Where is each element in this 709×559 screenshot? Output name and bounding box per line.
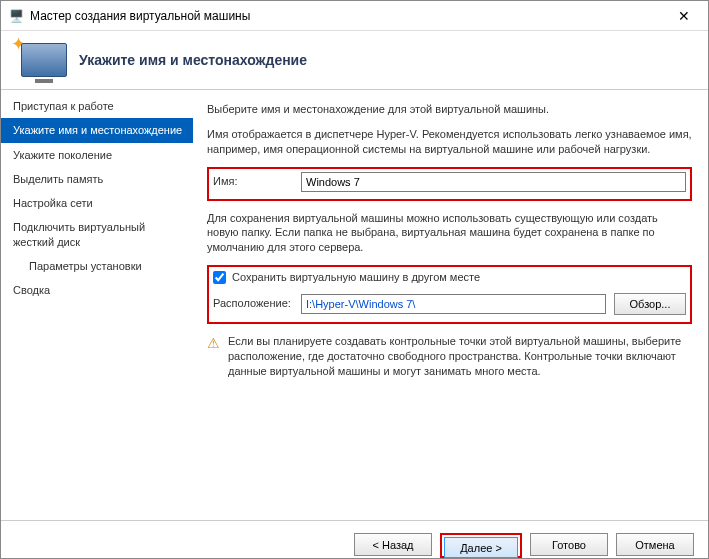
wizard-header-icon: ✦ (15, 39, 67, 81)
finish-button[interactable]: Готово (530, 533, 608, 556)
sidebar-item-summary[interactable]: Сводка (1, 278, 193, 302)
wizard-main: Выберите имя и местонахождение для этой … (193, 90, 708, 520)
intro-text-2: Имя отображается в диспетчере Hyper-V. Р… (207, 127, 692, 157)
browse-button[interactable]: Обзор... (614, 293, 686, 315)
warning-text: Если вы планируете создавать контрольные… (228, 334, 692, 379)
sidebar-item-start[interactable]: Приступая к работе (1, 94, 193, 118)
location-input[interactable] (301, 294, 606, 314)
wizard-header: ✦ Укажите имя и местонахождение (1, 31, 708, 90)
highlight-next-button: Далее > (440, 533, 522, 558)
store-elsewhere-label: Сохранить виртуальную машину в другом ме… (232, 270, 480, 285)
warning-icon: ⚠ (207, 334, 220, 379)
highlight-name-field: Имя: (207, 167, 692, 201)
location-label: Расположение: (213, 296, 301, 311)
titlebar: 🖥️ Мастер создания виртуальной машины ✕ (1, 1, 708, 31)
highlight-location-block: Сохранить виртуальную машину в другом ме… (207, 265, 692, 324)
window-title: Мастер создания виртуальной машины (30, 9, 668, 23)
warning-block: ⚠ Если вы планируете создавать контрольн… (207, 334, 692, 379)
store-text: Для сохранения виртуальной машины можно … (207, 211, 692, 256)
sidebar-item-generation[interactable]: Укажите поколение (1, 143, 193, 167)
intro-text-1: Выберите имя и местонахождение для этой … (207, 102, 692, 117)
sidebar-item-vhd[interactable]: Подключить виртуальный жесткий диск (1, 215, 193, 254)
next-button[interactable]: Далее > (444, 537, 518, 558)
name-label: Имя: (213, 174, 301, 189)
sidebar-item-memory[interactable]: Выделить память (1, 167, 193, 191)
name-input[interactable] (301, 172, 686, 192)
sidebar-item-network[interactable]: Настройка сети (1, 191, 193, 215)
close-icon[interactable]: ✕ (668, 4, 700, 28)
wizard-sidebar: Приступая к работе Укажите имя и местона… (1, 90, 193, 520)
cancel-button[interactable]: Отмена (616, 533, 694, 556)
store-elsewhere-checkbox[interactable] (213, 271, 226, 284)
page-title: Укажите имя и местонахождение (79, 52, 307, 68)
wizard-icon: 🖥️ (9, 9, 24, 23)
sidebar-item-install-options[interactable]: Параметры установки (1, 254, 193, 278)
wizard-footer: < Назад Далее > Готово Отмена (1, 520, 708, 559)
sidebar-item-name-location[interactable]: Укажите имя и местонахождение (1, 118, 193, 142)
back-button[interactable]: < Назад (354, 533, 432, 556)
